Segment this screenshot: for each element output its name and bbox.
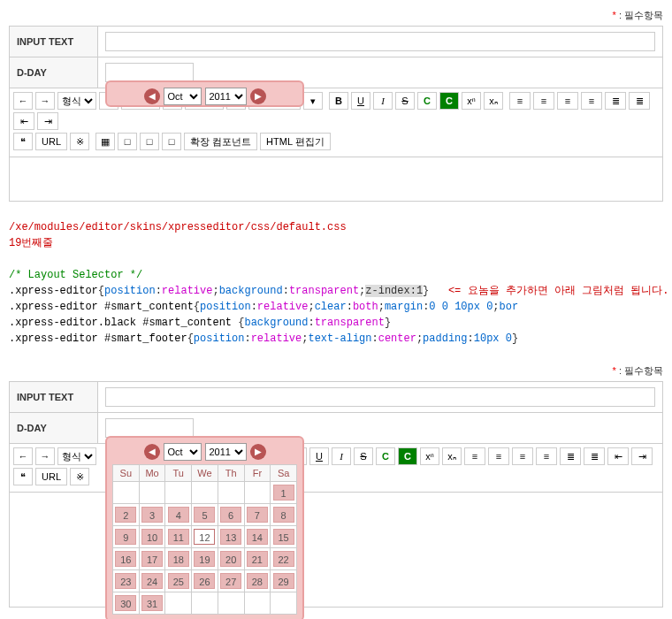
fontcolor-button[interactable]: C bbox=[417, 92, 437, 110]
code-comment: /* Layout Selector */ bbox=[9, 267, 663, 283]
underline-button[interactable]: U bbox=[309, 447, 329, 465]
calendar-day[interactable]: 31 bbox=[139, 592, 165, 615]
subscript-button[interactable]: xₙ bbox=[442, 447, 462, 465]
calendar-day[interactable]: 5 bbox=[192, 504, 218, 526]
outdent-icon[interactable]: ⇤ bbox=[13, 112, 34, 130]
calendar-day[interactable]: 23 bbox=[113, 570, 140, 592]
undo-button[interactable]: ← bbox=[13, 447, 33, 465]
calendar-day[interactable]: 16 bbox=[113, 548, 140, 570]
special-char-button[interactable]: ※ bbox=[70, 468, 89, 485]
undo-button[interactable]: ← bbox=[13, 92, 33, 110]
next-month-icon[interactable]: ▶ bbox=[250, 444, 266, 460]
calendar-day[interactable]: 11 bbox=[165, 526, 192, 548]
input-text-field[interactable] bbox=[105, 387, 655, 407]
quote-button[interactable]: ❝ bbox=[13, 133, 33, 150]
special-char-button[interactable]: ※ bbox=[70, 133, 89, 150]
expand-component-button[interactable]: 확장 컴포넌트 bbox=[184, 133, 257, 150]
html-editor-button[interactable]: HTML 편집기 bbox=[260, 133, 331, 150]
prev-month-icon[interactable]: ◀ bbox=[144, 88, 160, 104]
format-select[interactable]: 형식 bbox=[57, 92, 96, 110]
calendar-day[interactable]: 18 bbox=[165, 548, 192, 570]
redo-button[interactable]: → bbox=[35, 92, 55, 110]
subscript-button[interactable]: xₙ bbox=[484, 92, 503, 110]
calendar-day[interactable]: 17 bbox=[139, 548, 165, 570]
align-left-icon[interactable]: ≡ bbox=[509, 92, 531, 110]
month-select[interactable]: JanFebMarAprMayJunJulAugSepOctNovDec bbox=[164, 443, 202, 461]
italic-button[interactable]: I bbox=[332, 447, 351, 465]
year-select[interactable]: 2011 bbox=[205, 88, 247, 105]
month-select[interactable]: JanFebMarAprMayJunJulAugSepOctNovDec bbox=[164, 88, 202, 105]
calendar-day[interactable]: 12 bbox=[192, 526, 218, 548]
calendar-day[interactable]: 20 bbox=[218, 548, 244, 570]
dow-header: Su bbox=[113, 465, 140, 482]
calendar-day[interactable]: 8 bbox=[271, 504, 297, 526]
datepicker-clipped: ◀ JanFebMarAprMayJunJulAugSepOctNovDec 2… bbox=[105, 80, 304, 107]
list-ol-icon[interactable]: ≣ bbox=[560, 447, 581, 465]
bgcolor-button[interactable]: C bbox=[398, 447, 417, 465]
next-month-icon[interactable]: ▶ bbox=[250, 88, 266, 104]
strike-button[interactable]: S bbox=[354, 447, 373, 465]
underline-button[interactable]: U bbox=[351, 92, 370, 110]
indent-icon[interactable]: ⇥ bbox=[37, 112, 58, 130]
css-file-path: /xe/modules/editor/skins/xpresseditor/cs… bbox=[9, 219, 663, 235]
calendar-day[interactable]: 27 bbox=[218, 570, 244, 592]
calendar-day[interactable]: 21 bbox=[244, 548, 271, 570]
superscript-button[interactable]: xⁿ bbox=[462, 92, 481, 110]
dday-field[interactable] bbox=[105, 63, 194, 82]
align-right-icon[interactable]: ≡ bbox=[557, 92, 578, 110]
calendar-day[interactable]: 3 bbox=[139, 504, 165, 526]
year-select[interactable]: 2011 bbox=[205, 443, 247, 461]
calendar-day[interactable]: 22 bbox=[271, 548, 297, 570]
list-ul-icon[interactable]: ≣ bbox=[629, 92, 650, 110]
prev-month-icon[interactable]: ◀ bbox=[144, 444, 160, 460]
list-ul-icon[interactable]: ≣ bbox=[584, 447, 605, 465]
box1-icon[interactable]: □ bbox=[118, 133, 137, 150]
code-line-4: .xpress-editor #smart_footer{position:re… bbox=[9, 331, 663, 347]
calendar-day[interactable]: 2 bbox=[113, 504, 140, 526]
calendar-day[interactable]: 25 bbox=[165, 570, 192, 592]
italic-button[interactable]: I bbox=[373, 92, 393, 110]
calendar-day[interactable]: 13 bbox=[218, 526, 244, 548]
calendar-day[interactable]: 9 bbox=[113, 526, 140, 548]
dow-header: Tu bbox=[165, 465, 192, 482]
indent-icon[interactable]: ⇥ bbox=[631, 447, 653, 465]
format-select[interactable]: 형식 bbox=[57, 447, 96, 465]
input-text-field[interactable] bbox=[105, 32, 655, 51]
quote-button[interactable]: ❝ bbox=[13, 468, 33, 485]
outdent-icon[interactable]: ⇤ bbox=[607, 447, 629, 465]
bold-button[interactable]: B bbox=[329, 92, 348, 110]
dday-field[interactable] bbox=[105, 418, 194, 438]
align-justify-icon[interactable]: ≡ bbox=[536, 447, 557, 465]
box2-icon[interactable]: □ bbox=[140, 133, 159, 150]
calendar-day[interactable]: 14 bbox=[244, 526, 271, 548]
line-dropdown-icon[interactable]: ▾ bbox=[303, 92, 323, 110]
calendar-day[interactable]: 10 bbox=[139, 526, 165, 548]
align-justify-icon[interactable]: ≡ bbox=[581, 92, 602, 110]
calendar-day[interactable]: 4 bbox=[165, 504, 192, 526]
calendar-day[interactable]: 28 bbox=[244, 570, 271, 592]
align-right-icon[interactable]: ≡ bbox=[512, 447, 533, 465]
strike-button[interactable]: S bbox=[395, 92, 415, 110]
calendar-day[interactable]: 15 bbox=[271, 526, 297, 548]
align-center-icon[interactable]: ≡ bbox=[533, 92, 554, 110]
url-button[interactable]: URL bbox=[35, 133, 67, 150]
bgcolor-button[interactable]: C bbox=[439, 92, 459, 110]
calendar-day[interactable]: 7 bbox=[244, 504, 271, 526]
calendar-day[interactable]: 19 bbox=[192, 548, 218, 570]
superscript-button[interactable]: xⁿ bbox=[420, 447, 439, 465]
fontcolor-button[interactable]: C bbox=[376, 447, 395, 465]
url-button[interactable]: URL bbox=[35, 468, 67, 485]
box3-icon[interactable]: □ bbox=[162, 133, 181, 150]
redo-button[interactable]: → bbox=[35, 447, 55, 465]
calendar-day[interactable]: 6 bbox=[218, 504, 244, 526]
calendar-day[interactable]: 26 bbox=[192, 570, 218, 592]
calendar-day[interactable]: 29 bbox=[271, 570, 297, 592]
calendar-day[interactable]: 24 bbox=[139, 570, 165, 592]
calendar-day[interactable]: 30 bbox=[113, 592, 140, 615]
align-center-icon[interactable]: ≡ bbox=[488, 447, 509, 465]
table-icon[interactable]: ▦ bbox=[95, 133, 115, 150]
list-ol-icon[interactable]: ≣ bbox=[605, 92, 626, 110]
align-left-icon[interactable]: ≡ bbox=[464, 447, 485, 465]
editor-body[interactable] bbox=[9, 157, 663, 202]
calendar-day[interactable]: 1 bbox=[271, 482, 297, 504]
